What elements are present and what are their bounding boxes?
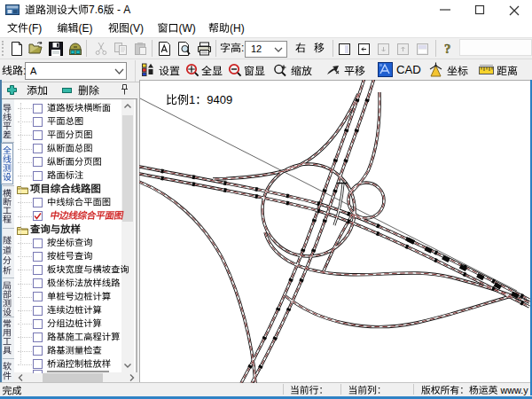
svg-text:- A: - A: [114, 4, 131, 16]
svg-text:(E): (E): [79, 22, 93, 35]
svg-text:CAD: CAD: [396, 63, 421, 76]
svg-text:(W): (W): [179, 22, 196, 35]
svg-text:(V): (V): [129, 22, 144, 35]
svg-text:1: 1: [189, 93, 195, 106]
svg-text::: :: [23, 65, 26, 77]
svg-text:7.6: 7.6: [89, 4, 104, 16]
svg-text::: :: [241, 42, 244, 54]
svg-text:(F): (F): [28, 22, 42, 35]
svg-text:9409: 9409: [207, 93, 232, 106]
svg-text:12: 12: [251, 43, 262, 54]
svg-text:(H): (H): [230, 22, 245, 35]
svg-text:www.y: www.y: [497, 385, 528, 395]
svg-text:A: A: [30, 66, 37, 76]
